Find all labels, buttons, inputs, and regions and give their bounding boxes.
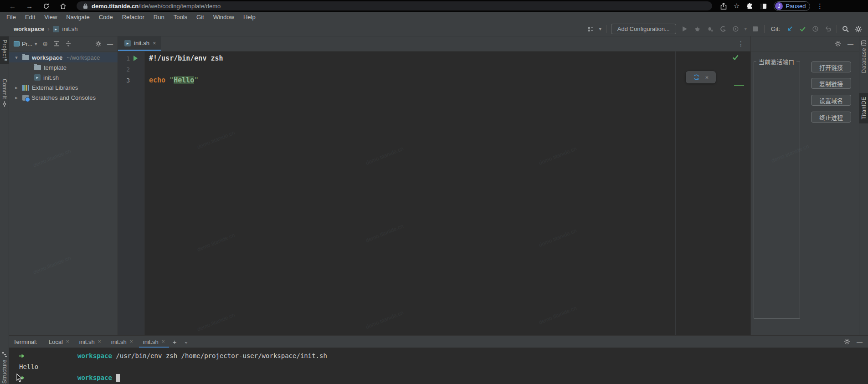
tree-row-template[interactable]: template: [9, 62, 118, 72]
editor-tab-init-sh[interactable]: ▸ init.sh ×: [118, 36, 161, 51]
menubar-item[interactable]: Help: [239, 12, 260, 22]
inspection-ok-icon[interactable]: [732, 55, 739, 60]
back-button[interactable]: ←: [9, 2, 16, 10]
breadcrumb-file[interactable]: init.sh: [62, 26, 78, 32]
folder-icon: [22, 55, 29, 60]
tree-row-workspace[interactable]: ▾ workspace ~/workspace: [9, 52, 118, 62]
editor-body[interactable]: 1 2 3: [118, 51, 750, 335]
active-port-group-box: [754, 61, 800, 319]
menubar-item[interactable]: Edit: [21, 12, 40, 22]
search-everywhere-button[interactable]: [842, 25, 850, 33]
panel-settings-gear-icon[interactable]: [835, 41, 841, 47]
mouse-cursor: [16, 374, 23, 383]
menubar-item[interactable]: Navigate: [62, 12, 94, 22]
terminal-tab-label: init.sh: [111, 338, 127, 345]
right-panel-header: —: [751, 36, 859, 51]
run-line-button[interactable]: [134, 56, 138, 61]
tree-label: External Libraries: [32, 84, 78, 91]
terminal-settings-gear-icon[interactable]: [844, 338, 850, 345]
menubar-item[interactable]: File: [2, 12, 21, 22]
tool-stripe-commit[interactable]: Commit: [0, 76, 9, 110]
tree-hint: ~/workspace: [67, 54, 100, 61]
extensions-button[interactable]: [746, 3, 753, 10]
chevron-down-icon[interactable]: ▾: [599, 26, 601, 31]
close-icon[interactable]: ×: [705, 74, 709, 81]
profile-paused-chip[interactable]: J Paused: [774, 1, 810, 11]
project-view-combo[interactable]: Pr... ▾: [14, 41, 37, 47]
reload-button[interactable]: [43, 3, 50, 10]
menubar-item[interactable]: Window: [209, 12, 239, 22]
chevron-right-icon[interactable]: ▸: [13, 95, 20, 101]
menubar-item[interactable]: Run: [149, 12, 169, 22]
database-icon[interactable]: [861, 40, 867, 46]
open-link-button[interactable]: 打开链接: [811, 61, 851, 72]
add-configuration-button[interactable]: Add Configuration...: [611, 24, 676, 34]
stop-button[interactable]: [751, 25, 760, 33]
close-icon[interactable]: ×: [130, 338, 133, 345]
ide-toolbar: workspace › ▸ init.sh ▾ Add Configuratio…: [0, 22, 868, 36]
toolbar-divider: [837, 25, 837, 33]
debug-button[interactable]: [693, 25, 702, 33]
close-icon[interactable]: ×: [98, 338, 101, 345]
menubar-item[interactable]: Git: [192, 12, 209, 22]
stripe-structure-label: Structure: [1, 359, 8, 384]
terminal-tab[interactable]: init.sh ×: [138, 336, 170, 348]
tool-stripe-project[interactable]: Project: [0, 36, 9, 64]
locate-file-button[interactable]: ⊕: [42, 40, 48, 47]
panel-settings-gear-icon[interactable]: [95, 41, 102, 47]
home-button[interactable]: [60, 3, 67, 10]
menubar-item[interactable]: View: [40, 12, 62, 22]
menubar-item[interactable]: Refactor: [118, 12, 149, 22]
debug-coverage-button[interactable]: [706, 25, 714, 33]
run-button[interactable]: [681, 25, 689, 33]
sidebar-toggle-button[interactable]: [760, 3, 767, 10]
chevron-down-icon[interactable]: ▾: [745, 26, 747, 31]
run-with-coverage-button[interactable]: [732, 25, 740, 33]
set-domain-button[interactable]: 设置域名: [811, 95, 851, 106]
run-config-combo-icon[interactable]: [586, 25, 595, 33]
settings-gear-icon[interactable]: [854, 25, 863, 33]
chevron-down-icon[interactable]: ▾: [13, 55, 20, 61]
url-path: /ide/web/coding/template/demo: [139, 3, 221, 10]
bookmark-star-button[interactable]: ☆: [734, 2, 740, 10]
tree-row-external-libraries[interactable]: ▸ External Libraries: [9, 82, 118, 92]
terminal-dropdown-button[interactable]: ⌄: [184, 338, 189, 345]
copy-link-button[interactable]: 复制链接: [811, 78, 851, 89]
profiler-button[interactable]: [719, 25, 727, 33]
editor-area: ▸ init.sh × ⋮ 1 2: [118, 36, 750, 335]
tree-row-scratches[interactable]: ▸ Scratches and Consoles: [9, 92, 118, 102]
collapse-all-button[interactable]: [65, 41, 72, 47]
tab-options-button[interactable]: ⋮: [738, 40, 750, 47]
terminal-output[interactable]: workspace /usr/bin/env zsh /home/project…: [9, 348, 868, 384]
tree-label: Scratches and Consoles: [31, 94, 96, 101]
code-area[interactable]: #!/usr/bin/env zsh echo "Hello": [145, 51, 750, 335]
git-update-button[interactable]: [786, 25, 794, 33]
terminal-tab[interactable]: init.sh ×: [106, 336, 138, 348]
folder-icon: [34, 65, 41, 70]
address-bar[interactable]: demo.titanide.cn/ide/web/coding/template…: [77, 1, 712, 10]
git-rollback-button[interactable]: [824, 25, 832, 33]
hide-panel-button[interactable]: —: [107, 41, 113, 47]
browser-menu-button[interactable]: ⋮: [817, 2, 823, 10]
breadcrumb-workspace[interactable]: workspace: [14, 26, 44, 32]
new-terminal-button[interactable]: +: [173, 338, 177, 346]
hide-panel-button[interactable]: —: [857, 338, 863, 345]
expand-all-button[interactable]: [53, 41, 60, 47]
close-icon[interactable]: ×: [162, 338, 165, 345]
refresh-icon[interactable]: [693, 74, 700, 81]
menubar-item[interactable]: Code: [94, 12, 118, 22]
tree-row-init-sh[interactable]: ▸ init.sh: [9, 72, 118, 82]
chevron-right-icon[interactable]: ▸: [13, 85, 20, 91]
tool-stripe-structure[interactable]: Structure: [0, 348, 9, 384]
terminate-process-button[interactable]: 终止进程: [811, 112, 851, 123]
hide-panel-button[interactable]: —: [847, 41, 853, 47]
terminal-tab[interactable]: init.sh ×: [74, 336, 106, 348]
share-button[interactable]: [720, 3, 727, 10]
git-history-button[interactable]: [811, 25, 819, 33]
git-commit-button[interactable]: [798, 25, 806, 33]
menubar-item[interactable]: Tools: [169, 12, 192, 22]
tool-stripe-titanide[interactable]: TitanIDE: [859, 93, 868, 123]
tool-stripe-database[interactable]: Database: [861, 48, 867, 73]
forward-button[interactable]: →: [26, 2, 33, 10]
close-icon[interactable]: ×: [153, 40, 156, 46]
